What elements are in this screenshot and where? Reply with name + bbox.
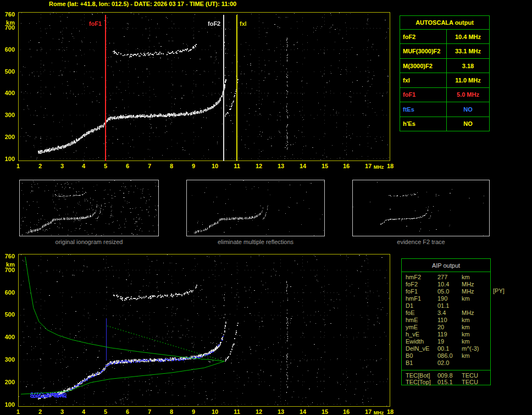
param-name: ftEs	[400, 102, 447, 116]
aip-row-foF2: foF210.4MHz	[402, 281, 490, 288]
aip-unit: km	[462, 274, 490, 281]
x-axis-tick-8-p0: 8	[165, 163, 178, 169]
aip-row-B0: B0086.0km	[402, 352, 490, 359]
x-axis-tick-9-p0: 9	[187, 163, 200, 169]
x-axis-tick-10-p0: 10	[208, 163, 221, 169]
aip-name: D1	[406, 302, 437, 309]
aip-table-rows: hmF2277kmfoF210.4MHzfoF105.0MHzhmF1190km…	[402, 272, 490, 386]
autoscala-row-ftEs: ftEsNO	[400, 102, 489, 117]
aip-name: TEC[Bot]	[406, 372, 437, 379]
thumbnail-f2-evidence	[352, 180, 490, 236]
autoscala-row-foF2: foF210.4 MHz	[400, 30, 489, 44]
x-axis-tick-5-p1: 5	[99, 408, 112, 415]
aip-val: 015.1	[437, 379, 462, 386]
aip-unit: km	[462, 352, 490, 359]
y-axis-tick-200-p0: 200	[0, 134, 15, 140]
x-axis-tick-9-p1: 9	[187, 408, 200, 415]
x-axis-tick-7-p0: 7	[143, 163, 156, 169]
param-value: 10.4 MHz	[447, 34, 489, 40]
autoscala-row-M(3000)F2: M(3000)F23.18	[400, 59, 489, 73]
aip-val: 20	[437, 324, 462, 331]
ionogram-main-canvas	[19, 13, 390, 161]
param-name: h'Es	[400, 117, 447, 131]
aip-unit: km	[462, 338, 490, 345]
thumbnail-f2-evidence-caption: evidence F2 trace	[352, 239, 490, 245]
param-value: NO	[447, 120, 489, 127]
aip-unit: km	[462, 324, 490, 331]
y-axis-tick-300-p1: 300	[0, 356, 15, 363]
thumbnail-no-multiples-canvas	[187, 180, 324, 236]
autoscala-table-title: AUTOSCALA output	[400, 16, 489, 30]
marker-label-foF1: foF1	[89, 20, 102, 27]
x-axis-tick-3-p1: 3	[56, 408, 69, 415]
aip-row-TEC[Top]: TEC[Top]015.1TECU	[402, 379, 490, 386]
x-axis-unit-p1: MHz	[372, 410, 386, 415]
aip-val: 05.0	[437, 288, 462, 295]
aip-name: foF1	[406, 288, 437, 295]
y-axis-tick-400-p0: 400	[0, 90, 15, 96]
x-axis-tick-6-p0: 6	[121, 163, 134, 169]
aip-name: Ewidth	[406, 338, 437, 345]
thumbnail-no-multiples-caption: eliminate multiple reflections	[186, 239, 325, 245]
x-axis-tick-10-p1: 10	[208, 408, 221, 415]
aip-row-ymE: ymE20km	[402, 324, 490, 331]
x-axis-tick-3-p0: 3	[56, 163, 69, 169]
marker-label-foF2: foF2	[208, 20, 220, 27]
autoscala-row-h'Es: h'EsNO	[400, 117, 489, 131]
y-axis-tick-200-p1: 200	[0, 379, 15, 385]
station-date-time-header: Rome (lat: +41.8, lon: 012.5) - DATE: 20…	[49, 1, 236, 7]
y-axis-tick-760-p1: 760	[0, 253, 15, 259]
aip-table-title: AIP output	[402, 259, 490, 272]
x-axis-tick-6-p1: 6	[121, 408, 134, 415]
aip-unit: m^(-3)	[462, 345, 490, 352]
thumbnail-no-multiples	[186, 180, 325, 236]
aip-name: hmE	[406, 317, 437, 324]
aip-val: 3.4	[437, 309, 462, 317]
y-axis-tick-600-p1: 600	[0, 289, 15, 296]
aip-name: h_vE	[406, 331, 437, 338]
param-name: foF2	[400, 30, 447, 43]
autoscala-output-table: AUTOSCALA output foF210.4 MHzMUF(3000)F2…	[400, 15, 490, 131]
aip-unit	[462, 359, 490, 367]
y-axis-tick-600-p0: 600	[0, 46, 15, 53]
aip-val: 02.0	[437, 359, 462, 367]
aip-name: ymE	[406, 324, 437, 331]
x-axis-tick-5-p0: 5	[99, 163, 112, 169]
aip-unit: km	[462, 295, 490, 302]
param-value: NO	[447, 106, 489, 113]
y-axis-tick-760-p0: 760	[0, 11, 15, 18]
x-axis-tick-15-p1: 15	[318, 408, 331, 415]
aip-row-B1: B102.0	[402, 359, 490, 367]
x-axis-tick-12-p0: 12	[252, 163, 265, 169]
autoscala-app-window: Rome (lat: +41.8, lon: 012.5) - DATE: 20…	[0, 0, 532, 415]
aip-val: 190	[437, 295, 462, 302]
marker-line-fxl	[236, 15, 237, 161]
aip-unit: km	[462, 317, 490, 324]
aip-row-D1: D101.1	[402, 302, 490, 309]
y-axis-unit-p0: km	[0, 19, 15, 26]
param-value: 5.0 MHz	[447, 91, 489, 98]
y-axis-tick-500-p0: 500	[0, 68, 15, 75]
aip-name: DelN_vE	[406, 345, 437, 352]
x-axis-tick-8-p1: 8	[165, 408, 178, 415]
aip-row-foF1: foF105.0MHz	[402, 288, 490, 295]
thumbnail-original-canvas	[20, 180, 158, 236]
thumbnail-original-caption: original ionogram resized	[19, 239, 159, 245]
x-axis-tick-15-p0: 15	[318, 163, 331, 169]
aip-name: B0	[406, 352, 437, 359]
aip-row-hmE: hmE110km	[402, 317, 490, 324]
x-axis-tick-14-p1: 14	[296, 408, 309, 415]
aip-row-DelN_vE: DelN_vE00.1m^(-3)	[402, 345, 490, 352]
foF1-py-flag: [PY]	[493, 287, 505, 294]
x-axis-tick-14-p0: 14	[296, 163, 309, 169]
y-axis-tick-500-p1: 500	[0, 311, 15, 318]
aip-unit: MHz	[462, 309, 490, 317]
aip-val: 10.4	[437, 281, 462, 288]
aip-unit	[462, 302, 490, 309]
thumbnail-original-ionogram	[19, 180, 159, 236]
x-axis-tick-2-p1: 2	[34, 408, 47, 415]
autoscala-row-fxl: fxl11.0 MHz	[400, 73, 489, 87]
x-axis-tick-1-p1: 1	[12, 408, 25, 415]
x-axis-tick-4-p0: 4	[77, 163, 90, 169]
aip-val: 00.1	[437, 345, 462, 352]
